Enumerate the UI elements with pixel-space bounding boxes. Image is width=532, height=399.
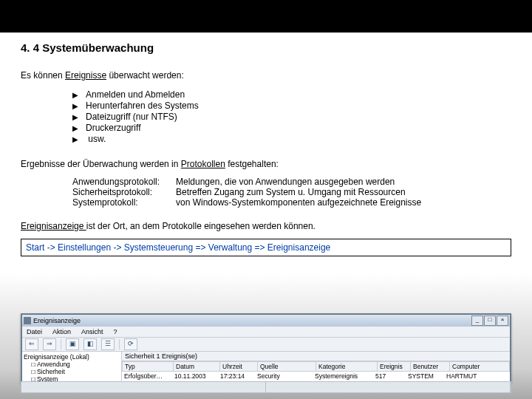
bullet-list: Anmelden und Abmelden Herunterfahren des… — [72, 89, 511, 144]
event-viewer-window: Ereignisanzeige _ □ × Datei Aktion Ansic… — [21, 313, 511, 383]
section-heading: 4. 4 Systemüberwachung — [21, 41, 511, 54]
toolbar-btn[interactable]: ▣ — [66, 338, 79, 350]
bullet-item: Druckerzugriff — [72, 123, 511, 133]
tree-node-app[interactable]: Anwendung — [31, 361, 120, 368]
app-icon — [24, 317, 31, 324]
toolbar-btn[interactable]: ◧ — [83, 338, 97, 350]
location-line: Ereignisanzeige ist der Ort, an dem Prot… — [21, 221, 511, 231]
forward-button[interactable]: ⇒ — [43, 338, 56, 350]
column-headers[interactable]: Typ Datum Uhrzeit Quelle Kategorie Ereig… — [122, 361, 510, 372]
close-button[interactable]: × — [497, 316, 508, 326]
minimize-button[interactable]: _ — [471, 316, 483, 326]
intro-line: Es können Ereignisse überwacht werden: — [21, 70, 511, 81]
list-title: Sicherheit 1 Ereignis(se) — [122, 352, 510, 361]
menubar[interactable]: Datei Aktion Ansicht ? — [22, 327, 510, 338]
bullet-item: Anmelden und Abmelden — [72, 89, 511, 100]
maximize-button[interactable]: □ — [484, 316, 496, 326]
refresh-button[interactable]: ⟳ — [124, 338, 137, 350]
statusbar — [21, 381, 511, 393]
menu-file[interactable]: Datei — [27, 328, 42, 335]
protocol-list: Anwendungsprotokoll:Meldungen, die von A… — [72, 177, 511, 208]
nav-path: Start -> Einstellungen -> Systemsteuerun… — [21, 239, 511, 256]
toolbar: ⇐ ⇒ ▣ ◧ ☰ ⟳ — [22, 338, 510, 352]
bullet-item: Herunterfahren des Systems — [72, 100, 511, 111]
menu-action[interactable]: Aktion — [52, 328, 71, 335]
tree-node-security[interactable]: Sicherheit — [31, 368, 120, 375]
menu-help[interactable]: ? — [114, 328, 117, 335]
results-line: Ergebnisse der Überwachung werden in Pro… — [21, 159, 511, 169]
table-row[interactable]: Erfolgsüber… 10.11.2003 17:23:14 Securit… — [122, 372, 510, 381]
bullet-item: Dateizugriff (nur NTFS) — [72, 112, 511, 122]
tree-pane[interactable]: Ereignisanzeige (Lokal) Anwendung Sicher… — [22, 352, 122, 383]
list-pane[interactable]: Sicherheit 1 Ereignis(se) Typ Datum Uhrz… — [122, 352, 510, 383]
titlebar[interactable]: Ereignisanzeige _ □ × — [22, 315, 510, 327]
window-title: Ereignisanzeige — [33, 317, 81, 324]
bullet-item: usw. — [72, 134, 511, 144]
properties-button[interactable]: ☰ — [101, 338, 115, 350]
tree-root[interactable]: Ereignisanzeige (Lokal) — [24, 353, 120, 361]
menu-view[interactable]: Ansicht — [81, 328, 103, 335]
back-button[interactable]: ⇐ — [25, 338, 38, 350]
